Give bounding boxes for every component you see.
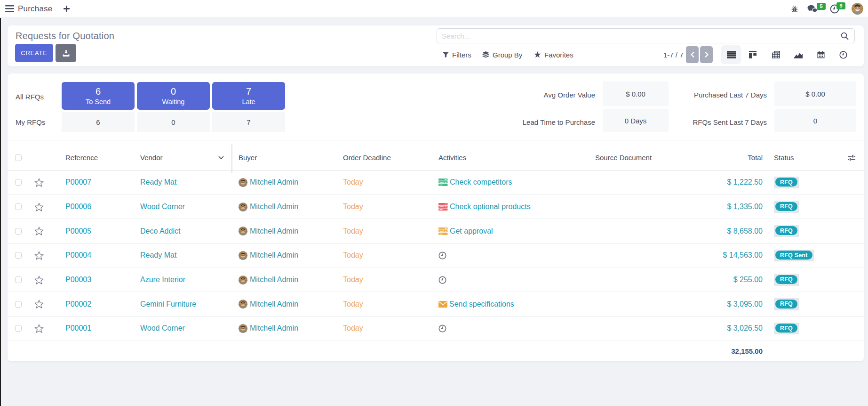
search-input[interactable] [437,29,841,43]
reference-cell[interactable]: P00002 [49,300,140,309]
activities-cell[interactable]: Send specifications [438,300,595,309]
vendor-cell[interactable]: Azure Interior [140,276,231,284]
reference-cell[interactable]: P00003 [49,276,140,284]
favorite-star-icon[interactable] [29,251,49,260]
buyer-name[interactable]: Mitchell Admin [250,227,298,235]
favorite-star-icon[interactable] [29,300,49,309]
row-checkbox[interactable] [15,203,22,210]
activity-label[interactable]: Send specifications [449,300,514,309]
buyer-cell[interactable]: Mitchell Admin [239,300,343,309]
messages-icon[interactable]: 5 [807,5,818,13]
activities-cell[interactable] [438,325,595,333]
buyer-name[interactable]: Mitchell Admin [250,276,298,284]
table-row[interactable]: P00001 Wood Corner [8,317,864,341]
activity-label[interactable]: Check optional products [450,203,531,211]
activity-label[interactable]: Check competitors [450,178,512,187]
favorite-star-icon[interactable] [29,227,49,235]
select-all-checkbox[interactable] [15,154,22,161]
favorite-star-icon[interactable] [29,178,49,187]
late-button[interactable]: 7 Late [212,82,285,110]
my-late-count[interactable]: 7 [212,112,285,132]
search-icon[interactable] [841,32,849,40]
my-to-send-count[interactable]: 6 [62,112,135,132]
table-row[interactable]: P00007 Ready Mat [8,171,864,195]
buyer-cell[interactable]: Mitchell Admin [239,227,343,235]
row-checkbox[interactable] [15,301,22,308]
table-row[interactable]: P00003 Azure Interior [8,268,864,292]
buyer-cell[interactable]: Mitchell Admin [239,251,343,260]
buyer-name[interactable]: Mitchell Admin [250,300,298,309]
vendor-cell[interactable]: Gemini Furniture [140,300,231,309]
buyer-name[interactable]: Mitchell Admin [250,203,298,211]
reference-cell[interactable]: P00001 [49,324,140,333]
row-checkbox[interactable] [15,228,22,235]
row-checkbox[interactable] [15,325,22,332]
header-order-deadline[interactable]: Order Deadline [343,154,438,162]
table-row[interactable]: P00002 Gemini Furniture [8,292,864,317]
user-avatar[interactable] [852,3,863,15]
activities-cell[interactable]: Check optional products [438,203,595,211]
buyer-cell[interactable]: Mitchell Admin [239,324,343,333]
favorites-label: Favorites [544,51,573,59]
activities-clock-icon[interactable]: 9 [830,4,839,14]
header-total[interactable]: Total [723,154,763,162]
table-row[interactable]: P00006 Wood Corner [8,195,864,219]
pager-previous-button[interactable] [686,46,699,63]
optional-columns-sliders-icon[interactable] [836,154,864,161]
waiting-button[interactable]: 0 Waiting [137,82,210,110]
vendor-cell[interactable]: Ready Mat [140,178,231,187]
calendar-view-icon[interactable] [811,45,831,64]
activities-cell[interactable]: Check competitors [438,178,595,187]
favorites-menu[interactable]: Favorites [534,45,573,64]
buyer-cell[interactable]: Mitchell Admin [239,276,343,284]
activity-label[interactable]: Get approval [450,227,493,235]
header-vendor[interactable]: Vendor [140,154,231,162]
header-activities[interactable]: Activities [438,154,595,162]
debug-bug-icon[interactable] [791,5,798,13]
table-row[interactable]: P00005 Deco Addict [8,219,864,244]
favorite-star-icon[interactable] [29,203,49,211]
reference-cell[interactable]: P00005 [49,227,140,235]
pager-next-button[interactable] [700,46,713,63]
buyer-avatar [239,276,247,284]
pivot-view-icon[interactable] [766,45,786,64]
reference-cell[interactable]: P00007 [49,178,140,187]
activity-view-icon[interactable] [833,45,853,64]
graph-view-icon[interactable] [788,45,808,64]
header-source-document[interactable]: Source Document [595,154,723,162]
header-buyer[interactable]: Buyer [239,154,343,162]
buyer-cell[interactable]: Mitchell Admin [239,178,343,187]
buyer-name[interactable]: Mitchell Admin [250,178,298,187]
create-button[interactable]: CREATE [15,44,53,62]
activities-cell[interactable] [438,252,595,260]
table-row[interactable]: P00004 Ready Mat [8,244,864,268]
reference-cell[interactable]: P00006 [49,203,140,211]
group-by-menu[interactable]: Group By [482,45,522,64]
export-button[interactable] [56,44,76,62]
my-waiting-count[interactable]: 0 [137,112,210,132]
row-checkbox[interactable] [15,179,22,186]
header-reference[interactable]: Reference [49,154,140,162]
filters-menu[interactable]: Filters [443,45,471,64]
header-status[interactable]: Status [774,154,836,162]
activities-cell[interactable] [438,276,595,284]
vendor-cell[interactable]: Wood Corner [140,203,231,211]
buyer-name[interactable]: Mitchell Admin [250,251,298,260]
view-switch-kanban[interactable] [743,45,763,64]
vendor-cell[interactable]: Ready Mat [140,251,231,260]
app-menu-title[interactable]: Purchase [18,4,52,14]
view-switch-list[interactable] [721,45,741,64]
plus-icon[interactable] [64,6,70,12]
activities-cell[interactable]: Get approval [438,227,595,235]
buyer-name[interactable]: Mitchell Admin [250,324,298,333]
vendor-cell[interactable]: Wood Corner [140,324,231,333]
to-send-button[interactable]: 6 To Send [62,82,135,110]
favorite-star-icon[interactable] [29,276,49,284]
vendor-cell[interactable]: Deco Addict [140,227,231,235]
reference-cell[interactable]: P00004 [49,251,140,260]
row-checkbox[interactable] [15,252,22,259]
menu-icon[interactable] [5,5,14,12]
buyer-cell[interactable]: Mitchell Admin [239,203,343,211]
favorite-star-icon[interactable] [29,324,49,333]
row-checkbox[interactable] [15,276,22,283]
